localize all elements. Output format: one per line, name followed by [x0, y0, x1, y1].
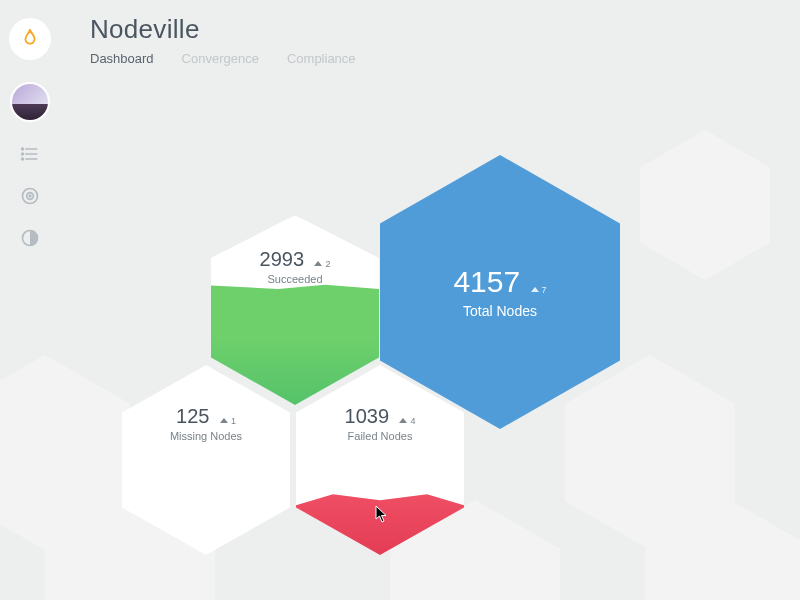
- failed-label: Failed Nodes: [348, 430, 413, 442]
- trend-up-icon: 4: [399, 416, 415, 426]
- svg-point-5: [22, 158, 24, 160]
- tab-dashboard[interactable]: Dashboard: [90, 51, 154, 66]
- total-value: 4157: [453, 265, 520, 298]
- radar-icon[interactable]: [20, 186, 40, 206]
- failed-value: 1039: [345, 405, 390, 427]
- left-rail: [0, 0, 60, 248]
- contrast-icon[interactable]: [20, 228, 40, 248]
- avatar[interactable]: [10, 82, 50, 122]
- hex-placeholder: [640, 130, 770, 280]
- succeeded-label: Succeeded: [267, 273, 322, 285]
- tab-convergence[interactable]: Convergence: [182, 51, 259, 66]
- missing-label: Missing Nodes: [170, 430, 242, 442]
- card-failed-nodes[interactable]: 1039 4 Failed Nodes: [296, 365, 464, 555]
- succeeded-value: 2993: [260, 248, 305, 270]
- trend-up-icon: 2: [314, 259, 330, 269]
- tabs: Dashboard Convergence Compliance: [90, 51, 356, 66]
- page-title: Nodeville: [90, 14, 356, 45]
- list-icon[interactable]: [20, 144, 40, 164]
- trend-up-icon: 7: [531, 285, 547, 295]
- flame-icon: [19, 28, 41, 50]
- header: Nodeville Dashboard Convergence Complian…: [90, 14, 356, 66]
- total-label: Total Nodes: [463, 303, 537, 319]
- svg-point-8: [29, 195, 31, 197]
- card-missing-nodes[interactable]: 125 1 Missing Nodes: [122, 365, 290, 555]
- svg-point-3: [22, 148, 24, 150]
- hex-placeholder: [645, 500, 800, 600]
- missing-value: 125: [176, 405, 209, 427]
- svg-point-4: [22, 153, 24, 155]
- hex-canvas: 2993 2 Succeeded 4157 7 Total Nodes 125 …: [0, 0, 800, 600]
- tab-compliance[interactable]: Compliance: [287, 51, 356, 66]
- app-logo[interactable]: [9, 18, 51, 60]
- trend-up-icon: 1: [220, 416, 236, 426]
